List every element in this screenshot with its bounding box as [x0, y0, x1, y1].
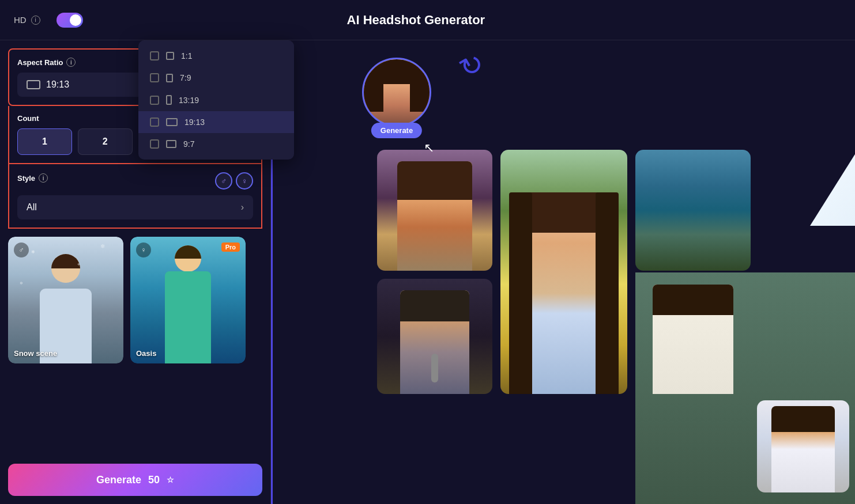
generate-button-label: Generate [96, 474, 141, 486]
ratio-icon-1-1 [166, 52, 174, 60]
count-button-1[interactable]: 1 [17, 128, 72, 155]
ratio-icon-13-19 [166, 95, 172, 105]
pro-badge: Pro [221, 242, 240, 252]
style-cards: ❄ ❄ ❄ ❄ ♂ Snow scene [0, 229, 270, 372]
right-panel: Generate ↖ ↺ [273, 40, 855, 504]
generate-popup[interactable]: Generate [371, 123, 422, 138]
dropdown-checkbox-19-13 [150, 118, 159, 127]
oasis-head [175, 245, 201, 272]
dropdown-label-7-9: 7:9 [180, 73, 191, 82]
dropdown-item-9-7[interactable]: 9:7 [138, 133, 294, 155]
page-title: AI Headshot Generator [347, 13, 485, 28]
snow-scene-image: ❄ ❄ ❄ ❄ ♂ Snow scene [8, 237, 123, 363]
style-label: Style i [17, 173, 48, 183]
dropdown-checkbox-9-7 [150, 139, 159, 149]
hd-section: HD i [14, 13, 83, 28]
generate-button-credits: 50 [148, 474, 160, 486]
gallery-img-1 [377, 150, 492, 271]
portrait-figure-2 [521, 192, 607, 394]
hd-text: HD [14, 15, 27, 25]
dropdown-checkbox-7-9 [150, 73, 159, 82]
gallery-img-2 [500, 150, 627, 394]
dropdown-item-19-13[interactable]: 19:13 [138, 111, 294, 133]
dropdown-checkbox-13-19 [150, 96, 159, 105]
generate-avatar-area: Generate ↖ ↺ [362, 58, 431, 127]
portrait-hair-4 [400, 290, 469, 321]
style-info-icon[interactable]: i [39, 173, 48, 183]
main-layout: Aspect Ratio i 19:13 › Count 1 2 3 4 [0, 40, 855, 504]
dropdown-item-7-9[interactable]: 7:9 [138, 67, 294, 89]
gallery-img-3 [635, 150, 751, 271]
ratio-icon-7-9 [166, 74, 173, 82]
gallery-item-3 [635, 150, 751, 271]
portrait-hair-1 [397, 161, 472, 200]
portrait-hair-2 [521, 192, 607, 233]
star-icon: ☆ [167, 475, 174, 484]
microphone [431, 354, 438, 382]
hd-toggle-wrap [57, 13, 83, 28]
generate-button-wrap: Generate 50 ☆ [0, 456, 270, 504]
figure-hair [51, 254, 80, 268]
ratio-icon-19-13 [166, 118, 178, 126]
aspect-ratio-dropdown: 1:1 7:9 13:19 19:13 9:7 [138, 40, 294, 160]
gallery-item-1 [377, 150, 492, 271]
portrait-figure-4 [400, 290, 469, 394]
style-label-text: Style [17, 174, 35, 183]
style-female-icon[interactable]: ♀ [236, 172, 253, 190]
dropdown-label-1-1: 1:1 [181, 51, 192, 60]
gallery-img-4 [377, 279, 492, 394]
aspect-ratio-info-icon[interactable]: i [66, 58, 76, 67]
avatar-circle [362, 58, 431, 127]
portrait-hair-side-2b [596, 192, 619, 394]
aspect-ratio-left: 19:13 [27, 79, 69, 90]
portrait-hair-6 [771, 406, 835, 432]
style-chevron-icon: › [241, 202, 244, 213]
snow-scene-label: Snow scene [14, 349, 57, 358]
hd-toggle[interactable] [57, 13, 83, 28]
figure-head [51, 254, 80, 283]
dropdown-label-13-19: 13:19 [179, 96, 199, 105]
dropdown-label-19-13: 19:13 [184, 118, 205, 127]
dropdown-checkbox-1-1 [150, 51, 159, 60]
generate-button[interactable]: Generate 50 ☆ [8, 464, 262, 496]
generate-popup-text: Generate [381, 126, 413, 135]
style-selector[interactable]: All › [17, 195, 253, 219]
style-card-snow-scene[interactable]: ❄ ❄ ❄ ❄ ♂ Snow scene [8, 237, 123, 363]
style-card-oasis[interactable]: ♀ Pro Oasis [130, 237, 246, 363]
gallery-grid [377, 150, 751, 394]
aspect-ratio-label-text: Aspect Ratio [17, 58, 63, 67]
card-female-icon: ♀ [136, 242, 151, 257]
avatar-hair-left [364, 73, 383, 112]
oasis-hair [175, 245, 201, 259]
aspect-ratio-icon [27, 80, 40, 89]
portrait-figure-6 [771, 406, 835, 492]
arrow-icon: ↺ [454, 46, 490, 85]
oasis-image: ♀ Pro Oasis [130, 237, 246, 363]
oasis-figure [153, 242, 223, 363]
cursor-icon: ↖ [424, 141, 434, 156]
ratio-icon-9-7 [166, 140, 176, 148]
hd-info-icon[interactable]: i [31, 16, 40, 25]
dropdown-label-9-7: 9:7 [183, 139, 194, 149]
gallery-img-6 [757, 400, 849, 492]
aspect-ratio-value: 19:13 [46, 79, 69, 90]
snow-scene-figure [28, 248, 103, 363]
avatar-face [364, 59, 430, 125]
style-male-icon[interactable]: ♂ [215, 172, 232, 190]
oasis-label: Oasis [136, 349, 156, 358]
avatar-hair-right [410, 73, 430, 112]
gallery-item-6 [757, 400, 849, 492]
dropdown-item-1-1[interactable]: 1:1 [138, 45, 294, 67]
portrait-hair-5 [653, 285, 733, 315]
mountain-peak [635, 150, 751, 226]
style-value: All [27, 202, 37, 213]
gallery-item-4 [377, 279, 492, 394]
oasis-body [165, 271, 211, 363]
style-section: Style i ♂ ♀ All › [8, 164, 262, 229]
portrait-figure-1 [397, 161, 472, 271]
portrait-figure-5 [653, 285, 733, 394]
portrait-hair-side-2 [509, 192, 532, 394]
header: HD i AI Headshot Generator [0, 0, 855, 40]
dropdown-item-13-19[interactable]: 13:19 [138, 89, 294, 111]
count-button-2[interactable]: 2 [78, 128, 133, 155]
